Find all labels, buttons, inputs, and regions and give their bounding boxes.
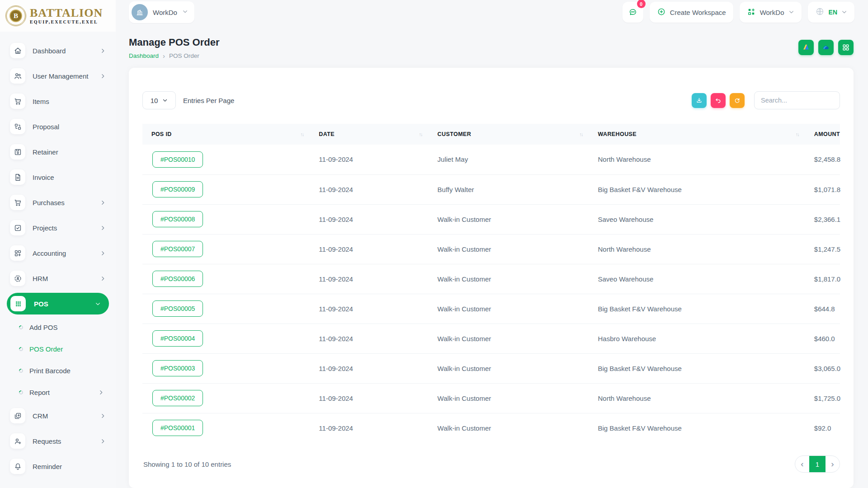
cell-date: 11-09-2024 [310,383,428,413]
column-header-pos-id[interactable]: POS ID↑↓ [142,124,310,145]
chevron-right-icon [100,225,106,231]
sidebar-item-items[interactable]: Items [0,89,116,114]
messages-button[interactable]: 0 [623,2,643,23]
pos-id-link[interactable]: #POS00002 [152,390,203,406]
brand-wordmark: BATTALION EQUIP,EXECUTE,EXEL [30,7,103,24]
grid-plus-icon [747,7,756,18]
globe-icon [815,7,825,18]
sort-icon[interactable]: ↑↓ [300,131,303,137]
topbar-actions: 0 Create Workspace WorkDo EN [623,2,854,23]
plus-circle-icon [657,7,666,18]
pos-id-link[interactable]: #POS00007 [152,241,203,257]
undo-button[interactable] [711,93,726,108]
pos-id-link[interactable]: #POS00009 [152,181,203,197]
bullet-icon [18,368,24,374]
workdo-menu-button[interactable]: WorkDo [740,2,802,23]
title-block: Manage POS Order Dashboard › POS Order [129,36,220,59]
sidebar: B BATTALION EQUIP,EXECUTE,EXEL Dashboard… [0,0,116,488]
sidebar-item-invoice[interactable]: Invoice [0,164,116,190]
apps-grid-button[interactable] [838,40,854,55]
pos-id-link[interactable]: #POS00006 [152,271,203,287]
sort-icon[interactable]: ↑↓ [419,131,422,137]
sidebar-item-purchases[interactable]: Purchases [0,190,116,215]
sidebar-item-accounting[interactable]: Accounting [0,240,116,266]
cell-customer: Walk-in Customer [429,324,589,353]
search-input[interactable] [754,91,840,109]
subitem-label: Add POS [29,324,58,331]
cell-amount: $92.0 [805,413,840,443]
sidebar-item-reminder[interactable]: Reminder [0,454,116,479]
chevron-right-icon [100,73,106,79]
cell-date: 11-09-2024 [310,294,428,324]
pos-id-link[interactable]: #POS00010 [152,151,203,168]
sidebar-item-hrm[interactable]: HRM [0,266,116,291]
export-download-button[interactable] [692,93,707,108]
sort-icon[interactable]: ↑↓ [579,131,582,137]
column-header-customer[interactable]: CUSTOMER↑↓ [429,124,589,145]
cell-warehouse: Saveo Warehouse [589,204,805,234]
sidebar-item-requests[interactable]: Requests [0,428,116,454]
brand-logo[interactable]: B BATTALION EQUIP,EXECUTE,EXEL [0,0,116,32]
sidebar-item-dashboard[interactable]: Dashboard [0,38,116,63]
cell-customer: Walk-in Customer [429,383,589,413]
onedrive-button[interactable] [818,40,834,55]
subitem-label: POS Order [29,345,63,353]
pos-id-link[interactable]: #POS00004 [152,330,203,347]
create-workspace-button[interactable]: Create Workspace [650,2,733,23]
main-column: WorkDo 0 Create Workspace WorkDo [116,0,868,488]
current-page-button[interactable]: 1 [809,456,826,472]
sidebar-item-proposal[interactable]: Proposal [0,114,116,139]
cell-amount: $3,065.0 [805,353,840,383]
workspace-switcher[interactable]: WorkDo [129,1,194,23]
entries-value: 10 [151,97,158,104]
workspace-avatar [132,4,148,20]
sidebar-subitem-pos-order[interactable]: POS Order [0,338,116,360]
table-row: #POS00009 11-09-2024 Buffy Walter Big Ba… [142,174,840,204]
pos-id-link[interactable]: #POS00008 [152,211,203,227]
cell-date: 11-09-2024 [310,174,428,204]
cell-date: 11-09-2024 [310,353,428,383]
chevron-right-icon [100,276,106,282]
cell-warehouse: Saveo Warehouse [589,264,805,294]
table-row: #POS00004 11-09-2024 Walk-in Customer Ha… [142,324,840,353]
sidebar-item-user-management[interactable]: User Management [0,63,116,89]
sidebar-nav: Dashboard User Management Items [0,32,116,479]
cell-warehouse: North Warehouse [589,145,805,174]
previous-page-button[interactable]: ‹ [795,456,809,472]
cell-customer: Walk-in Customer [429,264,589,294]
cart-icon [10,195,25,210]
sidebar-item-crm[interactable]: CRM [0,403,116,428]
cell-date: 11-09-2024 [310,413,428,443]
sidebar-item-pos[interactable]: POS [7,293,109,314]
google-drive-button[interactable] [798,40,814,55]
sidebar-item-projects[interactable]: Projects [0,215,116,240]
column-header-amount[interactable]: AMOUNT [805,124,840,145]
pos-order-table: POS ID↑↓ DATE↑↓ CUSTOMER↑↓ WAREHOUSE↑↓ A… [142,124,840,443]
brand-tagline: EQUIP,EXECUTE,EXEL [30,19,103,24]
entries-per-page-select[interactable]: 10 [142,91,176,109]
messages-badge: 0 [637,0,646,8]
sidebar-subitem-add-pos[interactable]: Add POS [0,316,116,338]
pos-id-link[interactable]: #POS00003 [152,360,203,376]
pos-grid-dots-icon [10,296,26,311]
page-header: Manage POS Order Dashboard › POS Order [129,36,854,59]
sort-icon[interactable]: ↑↓ [796,131,799,137]
breadcrumb-dashboard-link[interactable]: Dashboard [129,52,159,59]
app-root: B BATTALION EQUIP,EXECUTE,EXEL Dashboard… [0,0,868,488]
sidebar-subitem-report[interactable]: Report [0,381,116,403]
language-selector[interactable]: EN [808,2,854,23]
column-header-date[interactable]: DATE↑↓ [310,124,428,145]
cell-customer: Walk-in Customer [429,204,589,234]
hrm-icon [10,271,25,286]
pos-id-link[interactable]: #POS00001 [152,420,203,436]
topbar: WorkDo 0 Create Workspace WorkDo [116,0,868,24]
cell-warehouse: Big Basket F&V Warehouse [589,174,805,204]
pos-id-link[interactable]: #POS00005 [152,300,203,317]
brand-emblem-icon: B [5,5,26,26]
column-header-warehouse[interactable]: WAREHOUSE↑↓ [589,124,805,145]
next-page-button[interactable]: › [826,456,840,472]
sidebar-item-retainer[interactable]: Retainer [0,139,116,164]
refresh-button[interactable] [730,93,745,108]
sidebar-subitem-print-barcode[interactable]: Print Barcode [0,360,116,381]
breadcrumb-current: POS Order [169,52,199,59]
